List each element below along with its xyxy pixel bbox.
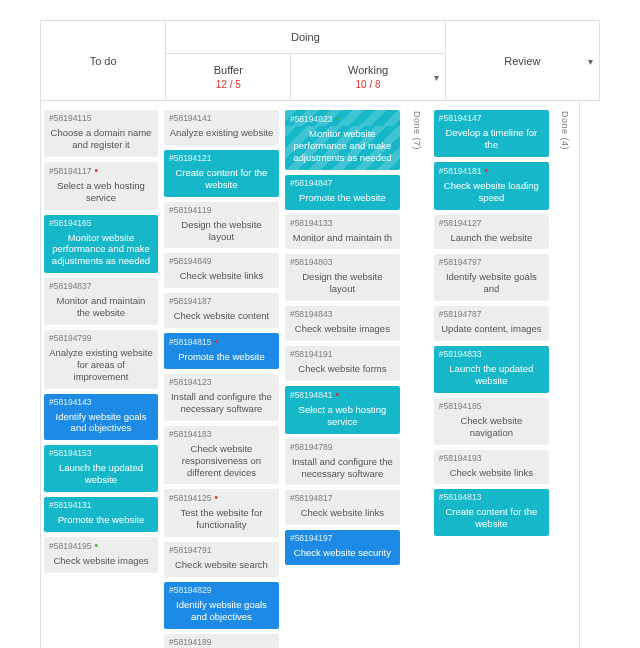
card-id: #58194789 <box>285 439 400 454</box>
card-title: Check website images <box>285 321 400 341</box>
card-id: #58194797 <box>434 254 549 269</box>
card[interactable]: #58194197Check website security <box>285 530 400 565</box>
column-title: Review <box>450 55 595 67</box>
column-working[interactable]: #58194823Monitor website performance and… <box>282 101 403 648</box>
card[interactable]: #58194115Choose a domain name and regist… <box>44 110 158 157</box>
card[interactable]: #58194847Promote the website <box>285 175 400 210</box>
card[interactable]: #58194123Install and configure the neces… <box>164 374 279 421</box>
card-id: #58194187 <box>164 293 279 308</box>
card[interactable]: #58194121Create content for the website <box>164 150 279 197</box>
card-title: Test the website for functionality <box>164 505 279 537</box>
card-title: Create content for the website <box>164 165 279 197</box>
card-id: #58194799 <box>44 330 158 345</box>
card[interactable]: #58194189Check website search functional… <box>164 634 279 648</box>
card[interactable]: #58194849Check website links <box>164 253 279 288</box>
card[interactable]: #58194817Check website links <box>285 490 400 525</box>
card-id: #58194791 <box>164 542 279 557</box>
card-title: Check website search <box>164 557 279 577</box>
card[interactable]: #58194181Check website loading speed <box>434 162 549 210</box>
card[interactable]: #58194143Identify website goals and obje… <box>44 394 158 441</box>
card-id: #58194143 <box>44 394 158 409</box>
card-id: #58194165 <box>44 215 158 230</box>
card[interactable]: #58194183Check website responsiveness on… <box>164 426 279 485</box>
card-title: Analyze existing website for areas of im… <box>44 345 158 389</box>
card[interactable]: #58194193Check website links <box>434 450 549 485</box>
column-header-buffer[interactable]: Buffer 12 / 5 <box>166 54 291 101</box>
column-review[interactable]: #58194147Develop a timeline for the#5819… <box>431 101 552 648</box>
chevron-down-icon[interactable]: ▾ <box>434 72 439 83</box>
card-id: #58194823 <box>285 110 400 126</box>
column-todo[interactable]: #58194115Choose a domain name and regist… <box>40 101 161 648</box>
card[interactable]: #58194187Check website content <box>164 293 279 328</box>
card-title: Identify website goals and <box>434 269 549 301</box>
card[interactable]: #58194185Check website navigation <box>434 398 549 445</box>
card-title: Design the website layout <box>285 269 400 301</box>
card-title: Select a web hosting service <box>285 402 400 434</box>
card[interactable]: #58194131Promote the website <box>44 497 158 532</box>
card-id: #58194121 <box>164 150 279 165</box>
card[interactable]: #58194119Design the website layout <box>164 202 279 249</box>
card-id: #58194803 <box>285 254 400 269</box>
card-id: #58194197 <box>285 530 400 545</box>
card-title: Install and configure the necessary soft… <box>164 389 279 421</box>
card-title: Monitor and maintain the website <box>44 293 158 325</box>
card-title: Develop a timeline for the <box>434 125 549 157</box>
column-done-right[interactable]: Done (4) <box>552 101 580 648</box>
card-id: #58194837 <box>44 278 158 293</box>
card-title: Check website forms <box>285 361 400 381</box>
card-title: Identify website goals and objectives <box>164 597 279 629</box>
card[interactable]: #58194191Check website forms <box>285 346 400 381</box>
card-id: #58194849 <box>164 253 279 268</box>
card-title: Select a web hosting service <box>44 178 158 210</box>
card-id: #58194127 <box>434 215 549 230</box>
card[interactable]: #58194823Monitor website performance and… <box>285 110 400 170</box>
card[interactable]: #58194127Launch the website <box>434 215 549 250</box>
column-done-left[interactable]: Done (7) <box>403 101 431 648</box>
card[interactable]: #58194787Update content, images <box>434 306 549 341</box>
wip-limit: 10 / 8 <box>295 79 440 90</box>
card-id: #58194833 <box>434 346 549 361</box>
card[interactable]: #58194843Check website images <box>285 306 400 341</box>
card[interactable]: #58194833Launch the updated website <box>434 346 549 393</box>
chevron-down-icon[interactable]: ▾ <box>588 55 593 66</box>
card[interactable]: #58194791Check website search <box>164 542 279 577</box>
card-id: #58194191 <box>285 346 400 361</box>
done-collapsed-label: Done (4) <box>560 111 570 150</box>
card-id: #58194787 <box>434 306 549 321</box>
card[interactable]: #58194829Identify website goals and obje… <box>164 582 279 629</box>
card[interactable]: #58194133Monitor and maintain th <box>285 215 400 250</box>
card[interactable]: #58194815Promote the website <box>164 333 279 369</box>
card[interactable]: #58194841Select a web hosting service <box>285 386 400 434</box>
card-title: Check website content <box>164 308 279 328</box>
card[interactable]: #58194117Select a web hosting service <box>44 162 158 210</box>
card[interactable]: #58194141Analyze existing website <box>164 110 279 145</box>
card-id: #58194843 <box>285 306 400 321</box>
card[interactable]: #58194797Identify website goals and <box>434 254 549 301</box>
card-id: #58194193 <box>434 450 549 465</box>
card[interactable]: #58194195Check website images <box>44 537 158 573</box>
card[interactable]: #58194799Analyze existing website for ar… <box>44 330 158 389</box>
card[interactable]: #58194165Monitor website performance and… <box>44 215 158 274</box>
column-header-working[interactable]: Working 10 / 8 ▾ <box>291 54 445 101</box>
card-id: #58194829 <box>164 582 279 597</box>
card[interactable]: #58194813Create content for the website <box>434 489 549 536</box>
card[interactable]: #58194837Monitor and maintain the websit… <box>44 278 158 325</box>
card[interactable]: #58194125Test the website for functional… <box>164 489 279 537</box>
card[interactable]: #58194147Develop a timeline for the <box>434 110 549 157</box>
column-header-review[interactable]: Review ▾ <box>445 21 599 101</box>
card-title: Promote the website <box>164 349 279 369</box>
column-header-doing[interactable]: Doing <box>166 21 445 54</box>
card[interactable]: #58194789Install and configure the neces… <box>285 439 400 486</box>
column-buffer[interactable]: #58194141Analyze existing website#581941… <box>161 101 282 648</box>
card-title: Analyze existing website <box>164 125 279 145</box>
card[interactable]: #58194803Design the website layout <box>285 254 400 301</box>
card-title: Monitor and maintain th <box>285 230 400 250</box>
card-title: Check website loading speed <box>434 178 549 210</box>
card-title: Monitor website performance and make adj… <box>285 126 400 170</box>
card[interactable]: #58194153Launch the updated website <box>44 445 158 492</box>
card-title: Identify website goals and objectives <box>44 409 158 441</box>
card-title: Launch the updated website <box>434 361 549 393</box>
column-header-todo[interactable]: To do <box>41 21 166 101</box>
board-header: To do Doing Review ▾ Buffer 12 / 5 Worki… <box>40 20 600 101</box>
card-title: Choose a domain name and register it <box>44 125 158 157</box>
